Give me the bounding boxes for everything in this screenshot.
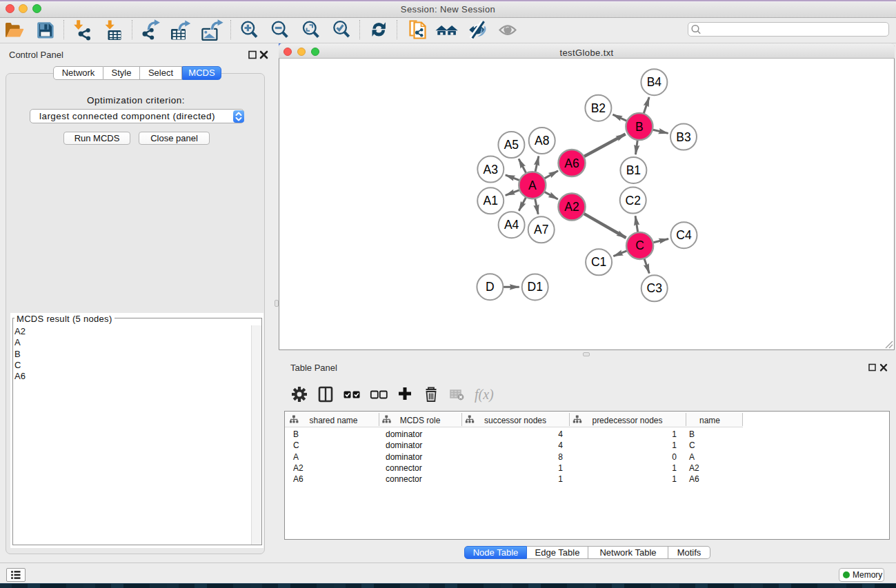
svg-text:A3: A3: [484, 163, 498, 176]
svg-text:A8: A8: [535, 134, 549, 148]
svg-text:A4: A4: [504, 218, 519, 232]
svg-text:Memory: Memory: [853, 570, 882, 580]
svg-text:C: C: [635, 239, 644, 252]
svg-text:C1: C1: [591, 255, 606, 269]
svg-text:C4: C4: [676, 228, 692, 242]
svg-text:A2: A2: [564, 200, 579, 214]
svg-text:A1: A1: [483, 194, 497, 207]
svg-text:D1: D1: [528, 280, 543, 294]
svg-text:D: D: [486, 280, 495, 294]
svg-text:B: B: [635, 120, 644, 134]
svg-text:C3: C3: [647, 281, 662, 295]
svg-text:B2: B2: [591, 101, 606, 115]
svg-text:B3: B3: [676, 130, 690, 144]
svg-text:A6: A6: [564, 156, 579, 170]
svg-text:A7: A7: [534, 223, 548, 236]
svg-text:f(x): f(x): [475, 387, 494, 403]
svg-text:A5: A5: [504, 138, 519, 152]
svg-text:A: A: [528, 179, 537, 192]
svg-text:C2: C2: [626, 194, 641, 207]
svg-text:B4: B4: [647, 75, 662, 89]
svg-text:B1: B1: [626, 163, 641, 177]
